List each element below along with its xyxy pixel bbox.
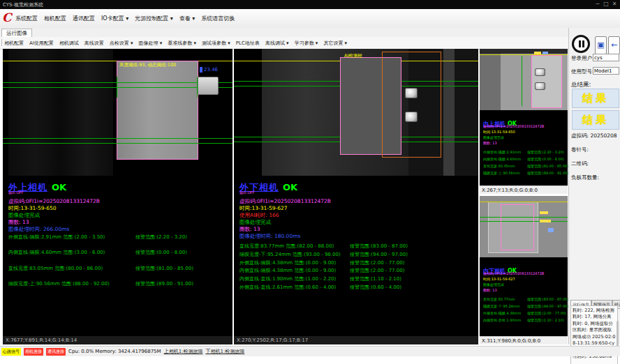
log-scrollbar[interactable]: [617, 321, 619, 349]
virtual-code: 虚拟码:0FI1i=2025020813312472B: [239, 198, 331, 205]
pause-icon: [582, 40, 584, 47]
tool-camera-config[interactable]: 相机配置: [4, 40, 24, 47]
measure-row: 外侧直线-隔膜:2.91mm: [483, 150, 521, 154]
process-done: 图像处理完成: [8, 212, 40, 219]
tool-image-processing[interactable]: 图像处理 ▾: [139, 40, 163, 47]
qr-code-label: 二维码:: [571, 160, 589, 167]
alarm-range: 报警范围:(89.00 - 91.00): [527, 171, 568, 175]
title-bar: CYS-视觉检测系统 ─ □ ✕: [0, 0, 620, 9]
process-time: 图像处理时间: 180.00ms: [239, 233, 300, 240]
login-user-field[interactable]: [593, 54, 619, 61]
close-icon[interactable]: ✕: [610, 1, 619, 7]
gripper-clip: [198, 77, 219, 95]
camera-image-outer-upper[interactable]: 灰度阈值:93, 动态阈值:100 23.46: [3, 49, 232, 176]
camera-panel-outer-upper: 灰度阈值:93, 动态阈值:100 23.46 外上相机OK 输出:OFF 虚拟…: [3, 49, 232, 344]
measure-row: 隔膜宽度-上:90.56mm: [483, 171, 520, 175]
overlay-mark-yellow-1: [540, 211, 548, 214]
process-time: 图像处理时间: 266.00ms: [8, 226, 69, 233]
menu-system-config[interactable]: 系统配置: [15, 15, 38, 22]
upper-camera-status-link[interactable]: 上相机1:检测故障: [164, 348, 203, 355]
tool-offline-debug[interactable]: 离线调试 ▾: [265, 40, 289, 47]
alarm-range: 报警范围:(0.60 - 4.00): [350, 284, 401, 291]
detect-region-pink-box: [117, 61, 198, 160]
measure-marker-value: 23.46: [200, 67, 218, 73]
measure-row: 内侧直线-直线:1.90mm: [483, 318, 521, 322]
round-count: 圈数: 13: [483, 288, 497, 292]
menu-io-card-config[interactable]: IO卡配置 ▾: [101, 15, 128, 22]
image-background-bands: [8, 49, 113, 176]
app-window: CYS-视觉检测系统 ─ □ ✕ C 系统配置 相机配置 通讯配置 IO卡配置 …: [0, 0, 620, 364]
measure-row: 内侧直线-隔膜:4.60mm: [483, 157, 521, 161]
alarm-range: 报警范围:(2.00 - 77.00): [527, 311, 566, 315]
minimize-icon[interactable]: ─: [593, 1, 602, 7]
measure-row: 直线宽度:83.77mm: [483, 297, 515, 301]
reflective-tab-1: [535, 68, 545, 76]
overlay-mark-blue: [548, 228, 554, 232]
process-done: 图像处理完成: [483, 135, 504, 139]
model-label: 使用型号:: [571, 68, 594, 75]
alarm-range: 报警范围:(2.20 - 3.20): [527, 150, 564, 154]
ai-box-label: AI检测框: [344, 53, 362, 59]
menu-view[interactable]: 查看 ▾: [179, 15, 195, 22]
measure-row: 内侧直线-直线:1.90mm 范围:(1.00 - 2.20): [239, 275, 336, 282]
alarm-range: 报警范围:(81.00 - 85.00): [135, 265, 193, 272]
pause-button[interactable]: [572, 35, 590, 53]
camera-image-inner-upper[interactable]: [480, 49, 568, 110]
menu-light-control-config[interactable]: 光源控制配置 ▾: [135, 15, 173, 22]
model-field[interactable]: [593, 67, 619, 75]
menu-comm-config[interactable]: 通讯配置: [73, 15, 95, 22]
negative-tab-count-label: 负极耳数量:: [571, 174, 599, 181]
measure-row: 外侧直线-隔膜:4.38mm: [483, 311, 521, 315]
process-done: 图像处理完成: [483, 282, 504, 287]
overlay-mark-blue: [542, 52, 548, 54]
tool-other-settings[interactable]: 其它设置 ▾: [323, 40, 347, 47]
window-title: CYS-视觉检测系统: [3, 1, 43, 8]
capture-time: 时间:13-31-59-650: [483, 130, 515, 134]
tool-test-item-params[interactable]: 测试项参数 ▾: [202, 40, 230, 47]
lower-camera-status-link[interactable]: 下相机1:检测故障: [205, 348, 244, 355]
virtual-code: 虚拟码:0FI1i=2025020813312472B: [483, 124, 544, 128]
measure-row: 外侧直线-隔膜:4.38mm 范围:(0.00 - 9.00): [239, 259, 336, 266]
status-ok: OK: [52, 182, 66, 192]
reflective-tab-1: [405, 88, 418, 98]
tool-ai-usage-config[interactable]: AI使用配置: [29, 40, 54, 47]
capture-time: 时间:13-31-59-627: [239, 205, 288, 212]
logout-icon: ←: [611, 40, 617, 50]
cpu-memory-readout: Cpu: 0.0% Memory: 3424.41796875M: [68, 349, 161, 354]
round-count: 圈数: 13: [8, 219, 29, 226]
measure-row: 直线宽度:83.05mm: [483, 164, 515, 168]
result-box-lower: 结果: [572, 110, 619, 130]
tool-spot-check-settings[interactable]: 点检设置 ▾: [110, 40, 133, 47]
output-state: 输出:OFF: [8, 190, 23, 195]
toolbar-separator: [1, 39, 2, 46]
measure-line-3: [3, 138, 232, 139]
menu-camera-config[interactable]: 相机配置: [44, 15, 66, 22]
login-user-label: 登录用户:: [571, 55, 594, 62]
camera-connection-badge: 相机连接: [24, 348, 43, 356]
tool-plc-address-table[interactable]: PLC地址表: [236, 40, 260, 47]
alarm-range: 报警范围:(81.00 - 85.00): [527, 164, 568, 168]
alarm-range: 报警范围:(1.10 - 2.10): [350, 275, 401, 282]
overlay-mark-yellow-2: [540, 220, 551, 222]
maximize-icon[interactable]: □: [602, 1, 610, 7]
reflective-tab-2: [535, 82, 545, 90]
tool-baseline-params[interactable]: 基准线参数 ▾: [168, 40, 196, 47]
camera-panel-inner-upper: 内上相机OK 虚拟码:0FI1i=2025020813312472B 时间:13…: [480, 49, 568, 194]
camera-image-inner-lower[interactable]: [480, 196, 568, 257]
menu-language-switch[interactable]: 系统语言切换: [201, 15, 235, 22]
tool-camera-debug[interactable]: 相机调试: [59, 40, 79, 47]
user-button[interactable]: ▣: [595, 36, 607, 54]
measure-row: 直线宽度:83.77mm 范围:(82.00 - 88.00): [239, 243, 334, 250]
image-top-band: [480, 49, 568, 54]
process-done: 图像处理完成: [239, 219, 271, 226]
alarm-range: 报警范围:(2.00 - 77.00): [350, 259, 404, 266]
tab-strip: 运行图像: [0, 28, 620, 38]
round-count: 圈数: 13: [483, 141, 497, 145]
tool-offline-settings[interactable]: 离线设置: [84, 40, 104, 47]
alarm-range: 报警范围:(2.20 - 3.20): [135, 234, 187, 241]
menu-bar: C 系统配置 相机配置 通讯配置 IO卡配置 ▾ 光源控制配置 ▾ 查看 ▾ 系…: [0, 9, 620, 29]
logout-button[interactable]: ←: [608, 36, 620, 54]
measure-row: 隔膜宽度-上:90.56mm 范围:(88.00 - 92.00): [8, 280, 110, 287]
camera-image-outer-lower[interactable]: AI检测框: [234, 49, 478, 176]
tool-learning-params[interactable]: 学习参数 ▾: [295, 40, 318, 47]
